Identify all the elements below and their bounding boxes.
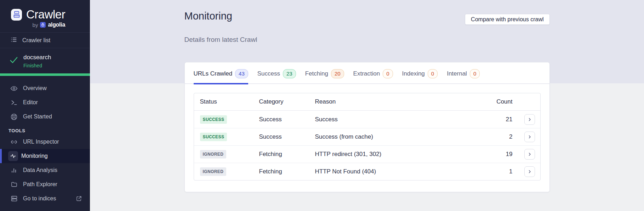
reason-cell: HTTP Not Found (404) [315,168,490,175]
table-row: IGNORED Fetching HTTP redirect (301, 302… [194,145,540,163]
tab-urls-crawled[interactable]: URLs Crawled 43 [194,69,248,84]
category-cell: Fetching [259,151,315,158]
sidebar-item-label: Data Analysis [23,167,57,173]
tab-label: Success [257,70,280,77]
monitoring-card: URLs Crawled 43 Success 23 Fetching 20 E… [184,62,550,192]
tabs-bar: URLs Crawled 43 Success 23 Fetching 20 E… [185,62,549,84]
column-header-reason: Reason [315,98,490,105]
external-link-icon [76,195,82,202]
sidebar-item-label: URL Inspector [23,139,59,145]
status-badge: SUCCESS [200,133,227,141]
sidebar-item-label: Editor [23,99,38,106]
column-header-category: Category [259,98,315,105]
check-icon [9,55,18,66]
tools-section-label: TOOLS [8,128,90,133]
tab-fetching[interactable]: Fetching 20 [305,69,344,84]
category-cell: Success [259,116,315,123]
terminal-icon [10,99,18,106]
page-subtitle: Details from latest Crawl [184,36,550,44]
algolia-stopwatch-icon [40,22,46,28]
status-badge: SUCCESS [200,115,227,124]
crawl-progress-bar [0,73,90,76]
tab-label: Indexing [402,70,425,77]
tab-count-badge: 0 [383,69,393,78]
crawl-status-table: Status Category Reason Count SUCCESS Suc… [194,93,541,181]
crawler-status: docsearch Finished [0,48,90,73]
bar-chart-icon [10,167,18,174]
main-area: Monitoring Compare with previous crawl D… [90,0,644,211]
sidebar: Crawler by algolia Crawler list [0,0,90,211]
tab-label: Extraction [353,70,380,77]
link-icon [10,138,18,146]
row-expand-button[interactable] [524,132,535,142]
sidebar-item-label: Overview [23,85,47,91]
folder-icon [10,181,18,188]
lifebuoy-icon [10,113,18,121]
table-header-row: Status Category Reason Count [194,93,540,111]
algolia-brand-label: algolia [48,22,65,28]
sidebar-item-label: Path Explorer [23,181,57,188]
sidebar-item-label: Get Started [23,113,52,120]
tab-extraction[interactable]: Extraction 0 [353,69,393,84]
tab-count-badge: 23 [283,69,296,78]
reason-cell: Success (from cache) [315,133,490,140]
tab-internal[interactable]: Internal 0 [447,69,480,84]
tab-count-badge: 0 [470,69,480,78]
row-expand-button[interactable] [524,166,535,177]
count-cell: 19 [490,151,520,158]
sidebar-item-url-inspector[interactable]: URL Inspector [0,135,90,149]
sidebar-item-go-to-indices[interactable]: Go to indices [0,191,90,206]
table-row: IGNORED Fetching HTTP Not Found (404) 1 [194,163,540,180]
tab-count-badge: 0 [428,69,438,78]
by-label: by [33,22,38,28]
compare-with-previous-crawl-button[interactable]: Compare with previous crawl [465,14,549,25]
reason-cell: Success [315,116,490,123]
indices-icon [10,195,18,202]
logo-section: Crawler by algolia [0,0,90,33]
sidebar-nav: Overview Editor Get St [0,81,90,206]
count-cell: 21 [490,116,520,123]
count-cell: 2 [490,133,520,140]
crawler-state: Finished [23,63,51,68]
eye-icon [10,85,18,92]
category-cell: Success [259,133,315,140]
sidebar-item-label: Monitoring [21,153,48,159]
reason-cell: HTTP redirect (301, 302) [315,151,490,158]
chevron-right-icon [528,170,532,174]
table-row: SUCCESS Success Success (from cache) 2 [194,128,540,145]
column-header-count: Count [490,98,520,105]
row-expand-button[interactable] [524,149,535,160]
sidebar-item-data-analysis[interactable]: Data Analysis [0,163,90,177]
column-header-status: Status [200,98,259,105]
category-cell: Fetching [259,168,315,175]
page-title: Monitoring [184,10,232,22]
sidebar-item-editor[interactable]: Editor [0,95,90,110]
chevron-right-icon [528,152,532,156]
activity-icon [8,151,18,161]
sidebar-item-path-explorer[interactable]: Path Explorer [0,177,90,191]
tab-indexing[interactable]: Indexing 0 [402,69,438,84]
tab-count-badge: 20 [331,69,344,78]
tab-label: Fetching [305,70,328,77]
list-icon [10,36,17,45]
app-window: Crawler by algolia Crawler list [0,0,644,211]
tab-label: Internal [447,70,467,77]
sidebar-item-label: Go to indices [23,195,56,202]
table-row: SUCCESS Success Success 21 [194,111,540,128]
chevron-right-icon [528,135,532,139]
tab-success[interactable]: Success 23 [257,69,296,84]
sidebar-item-get-started[interactable]: Get Started [0,110,90,124]
sidebar-item-monitoring[interactable]: Monitoring [0,149,90,163]
row-expand-button[interactable] [524,114,535,125]
crawler-logo-icon [11,9,22,21]
status-badge: IGNORED [200,167,227,176]
tab-label: URLs Crawled [194,70,233,77]
status-badge: IGNORED [200,150,227,159]
sidebar-item-overview[interactable]: Overview [0,81,90,95]
chevron-right-icon [528,117,532,122]
count-cell: 1 [490,168,520,175]
tab-count-badge: 43 [235,69,248,78]
page-header: Monitoring Compare with previous crawl [184,0,550,25]
sidebar-item-crawler-list[interactable]: Crawler list [0,33,90,48]
sidebar-item-label: Crawler list [22,37,50,44]
